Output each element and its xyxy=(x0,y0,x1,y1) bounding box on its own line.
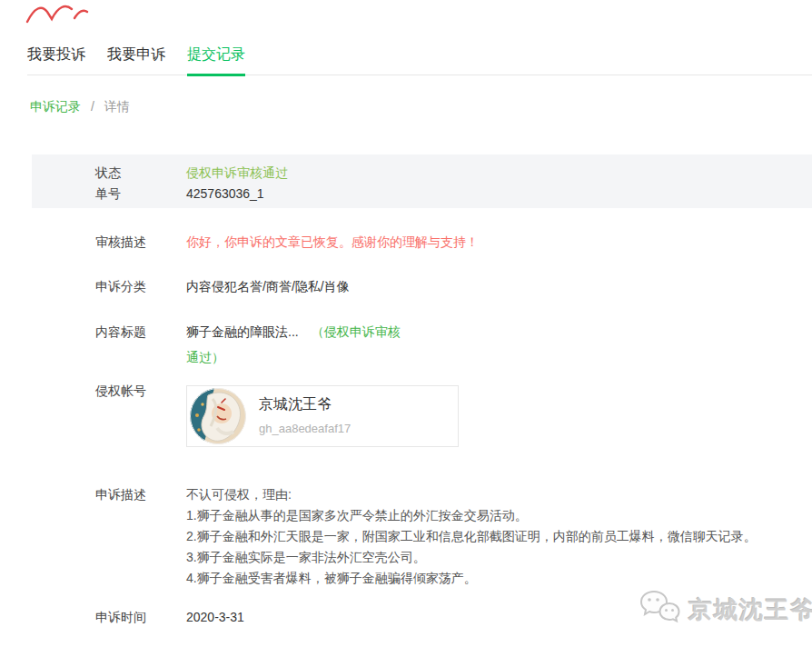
infringing-account-row: 侵权帐号 xyxy=(95,382,459,447)
wechat-icon xyxy=(639,589,681,631)
breadcrumb-current-detail: 详情 xyxy=(104,99,130,114)
review-description-row: 审核描述 你好，你申诉的文章已恢复。感谢你的理解与支持！ xyxy=(95,233,479,251)
tab-bar: 我要投诉 我要申诉 提交记录 xyxy=(27,45,812,75)
content-title-text: 狮子金融的障眼法... xyxy=(186,324,299,339)
red-pen-scribble-icon xyxy=(24,2,91,27)
account-meta: 京城沈王爷 gh_aa8edeafaf17 xyxy=(259,395,351,438)
watermark-text: 京城沈王爷 xyxy=(688,594,812,626)
breadcrumb: 申诉记录 / 详情 xyxy=(30,99,130,115)
breadcrumb-separator: / xyxy=(91,99,94,114)
account-id: gh_aa8edeafaf17 xyxy=(259,420,351,438)
appeal-description-row: 申诉描述 不认可侵权，理由: 1.狮子金融从事的是国家多次严令禁止的外汇按金交易… xyxy=(95,484,757,589)
appeal-description-value: 不认可侵权，理由: 1.狮子金融从事的是国家多次严令禁止的外汇按金交易活动。 2… xyxy=(186,484,757,589)
appeal-category-label: 申诉分类 xyxy=(95,277,186,295)
appeal-description-line: 1.狮子金融从事的是国家多次严令禁止的外汇按金交易活动。 xyxy=(186,505,757,526)
review-description-label: 审核描述 xyxy=(95,233,186,251)
appeal-time-label: 申诉时间 xyxy=(95,608,186,626)
order-number-label: 单号 xyxy=(95,186,186,201)
breadcrumb-appeal-records-link[interactable]: 申诉记录 xyxy=(30,99,81,114)
account-name: 京城沈王爷 xyxy=(259,395,351,413)
content-title-value: 狮子金融的障眼法... （侵权申诉审核通过） xyxy=(186,319,406,370)
appeal-description-label: 申诉描述 xyxy=(95,484,186,589)
appeal-time-row: 申诉时间 2020-3-31 xyxy=(95,608,244,626)
appeal-description-line: 不认可侵权，理由: xyxy=(186,484,757,505)
appeal-category-row: 申诉分类 内容侵犯名誉/商誉/隐私/肖像 xyxy=(95,277,350,295)
tab-i-want-to-complain[interactable]: 我要投诉 xyxy=(27,45,85,76)
order-number-value: 425763036_1 xyxy=(186,186,264,201)
status-summary-panel: 状态 侵权申诉审核通过 单号 425763036_1 xyxy=(32,154,812,208)
watermark: 京城沈王爷 xyxy=(639,589,812,631)
tab-submission-records[interactable]: 提交记录 xyxy=(187,45,245,76)
tab-i-want-to-appeal[interactable]: 我要申诉 xyxy=(107,45,165,76)
status-row: 状态 侵权申诉审核通过 xyxy=(95,165,288,180)
appeal-description-line: 3.狮子金融实际是一家非法外汇空壳公司。 xyxy=(186,547,757,568)
infringing-account-label: 侵权帐号 xyxy=(95,382,186,447)
appeal-description-line: 2.狮子金融和外汇天眼是一家，附国家工业和信息化部截图证明，内部的前员工爆料，微… xyxy=(186,526,757,547)
appeal-time-value: 2020-3-31 xyxy=(186,608,244,626)
appeal-description-line: 4.狮子金融受害者爆料，被狮子金融骗得倾家荡产。 xyxy=(186,568,757,589)
order-number-row: 单号 425763036_1 xyxy=(95,186,264,201)
account-avatar xyxy=(190,388,246,444)
review-description-value: 你好，你申诉的文章已恢复。感谢你的理解与支持！ xyxy=(186,233,479,251)
infringing-account-card[interactable]: 京城沈王爷 gh_aa8edeafaf17 xyxy=(186,385,459,447)
appeal-category-value: 内容侵犯名誉/商誉/隐私/肖像 xyxy=(186,277,350,295)
content-title-row: 内容标题 狮子金融的障眼法... （侵权申诉审核通过） xyxy=(95,319,406,370)
content-title-label: 内容标题 xyxy=(95,319,186,370)
status-value: 侵权申诉审核通过 xyxy=(186,165,288,180)
status-label: 状态 xyxy=(95,165,186,180)
